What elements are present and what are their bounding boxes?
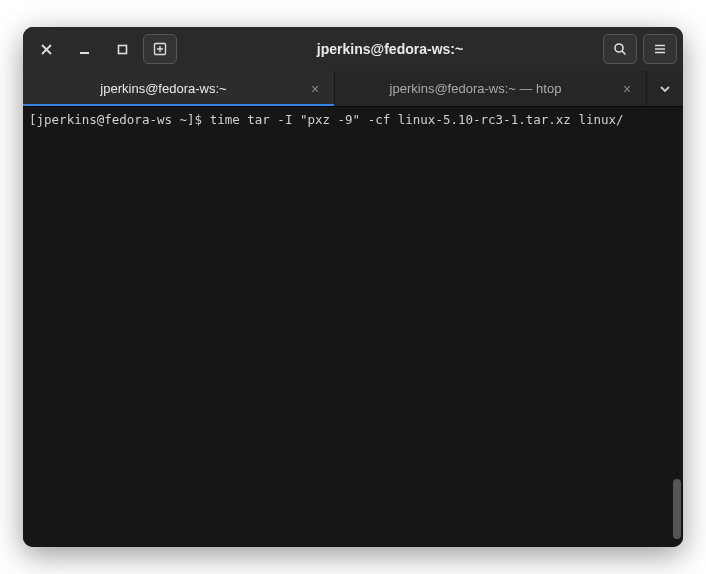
hamburger-icon — [653, 42, 667, 56]
tab-2[interactable]: jperkins@fedora-ws:~ — htop × — [335, 71, 647, 106]
close-button[interactable] — [29, 34, 63, 64]
close-icon: × — [623, 81, 631, 97]
search-button[interactable] — [603, 34, 637, 64]
tab-close-button[interactable]: × — [306, 80, 324, 98]
minimize-icon — [79, 44, 90, 55]
menu-button[interactable] — [643, 34, 677, 64]
tab-1[interactable]: jperkins@fedora-ws:~ × — [23, 71, 335, 106]
new-tab-button[interactable] — [143, 34, 177, 64]
tab-label: jperkins@fedora-ws:~ — [33, 81, 294, 96]
shell-command: time tar -I "pxz -9" -cf linux-5.10-rc3-… — [210, 112, 624, 127]
terminal-line: [jperkins@fedora-ws ~]$ time tar -I "pxz… — [29, 111, 677, 129]
window-controls — [29, 34, 177, 64]
chevron-down-icon — [659, 83, 671, 95]
svg-point-2 — [615, 44, 623, 52]
search-icon — [613, 42, 627, 56]
titlebar-actions — [603, 34, 677, 64]
scrollbar-thumb[interactable] — [673, 479, 681, 539]
terminal-window: jperkins@fedora-ws:~ jperkins@fedora-ws:… — [23, 27, 683, 547]
maximize-button[interactable] — [105, 34, 139, 64]
shell-prompt: [jperkins@fedora-ws ~]$ — [29, 112, 210, 127]
tab-label: jperkins@fedora-ws:~ — htop — [345, 81, 606, 96]
tab-bar: jperkins@fedora-ws:~ × jperkins@fedora-w… — [23, 71, 683, 107]
svg-rect-0 — [118, 45, 126, 53]
window-title: jperkins@fedora-ws:~ — [181, 41, 599, 57]
tab-dropdown-button[interactable] — [647, 71, 683, 106]
titlebar: jperkins@fedora-ws:~ — [23, 27, 683, 71]
maximize-icon — [117, 44, 128, 55]
minimize-button[interactable] — [67, 34, 101, 64]
new-tab-icon — [153, 42, 167, 56]
close-icon — [41, 44, 52, 55]
terminal-content[interactable]: [jperkins@fedora-ws ~]$ time tar -I "pxz… — [23, 107, 683, 547]
tab-close-button[interactable]: × — [618, 80, 636, 98]
close-icon: × — [311, 81, 319, 97]
